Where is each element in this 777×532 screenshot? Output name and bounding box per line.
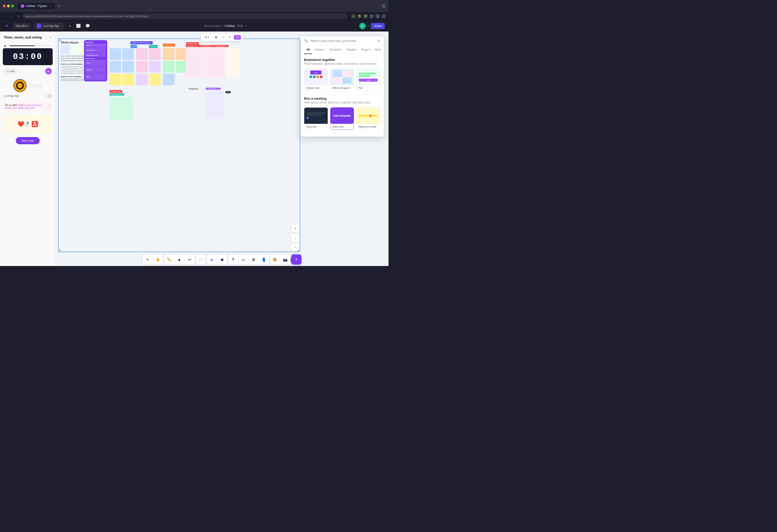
search-icon: 🔍 [304, 39, 308, 43]
magic-tool-button[interactable]: ✦ [227, 35, 233, 40]
track-dropdown-icon[interactable]: ▾ [44, 95, 46, 97]
maximize-button[interactable] [11, 5, 14, 7]
refresh-button[interactable]: ↻ [16, 14, 20, 19]
person-tool[interactable]: 👤 [259, 254, 269, 265]
zoom-in-button[interactable]: + [292, 225, 299, 232]
emoji-sticker-tool[interactable]: 🎨 [270, 254, 280, 265]
hand-tool[interactable]: ✋ [153, 254, 163, 265]
tab-plugins[interactable]: Plugins [359, 46, 372, 54]
volume-icon[interactable]: 🔈 [4, 44, 7, 47]
user-avatar[interactable]: F [359, 23, 366, 29]
add-minute-button[interactable]: + 1 min [4, 69, 17, 74]
share-button[interactable]: Share [371, 23, 385, 29]
poll-bar-1 [359, 73, 375, 75]
affinity-diagram-card[interactable]: Affinity Diagram › [330, 69, 354, 91]
poll-card[interactable]: Vote Poll › [356, 69, 380, 91]
circle-tool[interactable]: ● [207, 254, 217, 265]
tab-widgets[interactable]: Widgets [344, 46, 359, 54]
ext-icon-4[interactable]: 👤 [375, 14, 380, 18]
align-tool-button[interactable]: ⊞ ▾ [203, 35, 211, 40]
url-bar[interactable]: figma.com/file/UIS5Rs1R8CKaeDuwEicxGV/Un… [22, 13, 348, 19]
ext-icon-3[interactable]: ⚙ [369, 14, 374, 18]
notice-close-icon[interactable]: × [49, 104, 50, 107]
sticky-tool[interactable]: 📄 [196, 254, 206, 265]
sparkle-icon[interactable]: ✦ [68, 23, 73, 29]
chat-icon[interactable]: 💬 [85, 23, 91, 29]
bookmark-icon[interactable]: ☆ [351, 14, 355, 18]
frame-tool[interactable]: ▭ [238, 254, 248, 265]
eraser-tool[interactable]: ↩ [185, 254, 195, 265]
text-tool[interactable]: T [228, 254, 238, 265]
figjenda-content [307, 112, 325, 119]
sticky-pink-1 [136, 48, 148, 60]
meeting-section-title: Run a meeting [304, 97, 380, 100]
active-tab[interactable]: Untitled – FigJam × [18, 3, 55, 9]
zoom-out-button[interactable]: − [292, 244, 299, 251]
document-title[interactable]: Untitled [225, 24, 235, 28]
new-tab-button[interactable]: + [57, 4, 61, 9]
tab-close-icon[interactable]: × [48, 4, 52, 8]
back-button[interactable]: ‹ [3, 14, 7, 19]
music-section[interactable]: Lo-fi hip hop ♪ [34, 22, 65, 29]
search-input[interactable] [310, 39, 375, 43]
heart-sticker: ❤️ [17, 121, 24, 127]
cursor-tool[interactable]: ↖ [143, 254, 153, 265]
new-file-dropdown-icon: ▾ [27, 24, 28, 28]
camera-tool[interactable]: 📷 [280, 254, 290, 265]
dot-12 [40, 86, 41, 87]
search-close-icon[interactable]: ⊠ [377, 39, 380, 43]
record-album-art [13, 79, 26, 92]
figma-logo[interactable]: F [4, 23, 10, 29]
try-button[interactable]: Try [234, 35, 241, 40]
panel-close-icon[interactable]: × [50, 35, 52, 39]
ext-icon-5[interactable]: ⋯ [381, 14, 386, 18]
ext-icon-1[interactable]: 🔍 [357, 14, 361, 18]
marker-tool[interactable]: ▲ [174, 254, 185, 265]
vote-avatar-4 [320, 76, 323, 78]
breadcrumb-project[interactable]: Team project [204, 24, 221, 28]
canvas-area[interactable]: ⊞ ▾ ▦ ▭ ✦ Try Affinity diagram [56, 31, 388, 266]
staff-badge: Staff [130, 45, 137, 48]
tab-more[interactable]: More [372, 46, 383, 54]
square-tool[interactable]: ■ [217, 254, 227, 265]
tab-stickers[interactable]: Stickers [312, 46, 327, 54]
music-track-row: Lo-fi hip hop ▾ [4, 94, 52, 98]
profile-icon[interactable]: 👤 [381, 4, 386, 8]
tip-move-zoom-label: Move and Zoom [86, 50, 95, 51]
music-wave-icon: ♪ [61, 24, 62, 28]
volume-control: 🔈 [0, 43, 56, 48]
board-icon[interactable]: ⬜ [75, 23, 82, 29]
ext-icon-2[interactable]: 🧩 [363, 14, 368, 18]
tip-stickies: Stickies [85, 59, 106, 66]
timer-display: 03:00 [3, 48, 53, 65]
new-file-button[interactable]: New file ▾ [13, 23, 31, 29]
tab-all[interactable]: All [304, 46, 312, 54]
new-vote-button[interactable]: New vote [16, 137, 39, 144]
add-content-button[interactable]: + [291, 254, 302, 265]
play-button[interactable]: ▶ [45, 68, 52, 75]
minimize-button[interactable] [7, 5, 10, 7]
frame-tool-button[interactable]: ▭ [220, 35, 226, 40]
dropdown-arrow-icon[interactable]: ▾ [245, 24, 246, 27]
figjam-board[interactable]: Affinity diagram Make sense of infinite … [58, 38, 300, 252]
forward-button[interactable]: › [9, 14, 14, 19]
close-button[interactable] [3, 5, 6, 7]
selection-handle-tl[interactable] [59, 39, 61, 41]
sticky-yellow-3 [149, 74, 160, 85]
selection-handle-bl[interactable] [59, 249, 61, 251]
simple-vote-card[interactable]: Vote Simple Vote › [304, 69, 328, 91]
table-tool[interactable]: ⊞ [248, 254, 259, 265]
zoom-controls: + − [292, 225, 299, 251]
free-badge: Free [236, 24, 244, 28]
volume-bar[interactable] [9, 45, 52, 46]
grid-tool-button[interactable]: ▦ [213, 35, 219, 40]
avatar-dropdown-icon[interactable]: ▾ [368, 24, 369, 27]
figjenda-card[interactable]: FigJenda › [304, 107, 328, 130]
pen-tool[interactable]: ✏️ [164, 254, 174, 265]
music-player: Lo-fi hip hop ▾ [0, 77, 56, 100]
alignment-scale-card[interactable]: Alignment scale › [356, 107, 380, 130]
daily-sync-card[interactable]: Add template Daily sync › [330, 107, 354, 130]
music-name-label: Lo-fi hip hop [43, 24, 59, 28]
square-stop-icon[interactable] [47, 94, 52, 98]
tab-templates[interactable]: Templates [327, 46, 344, 54]
